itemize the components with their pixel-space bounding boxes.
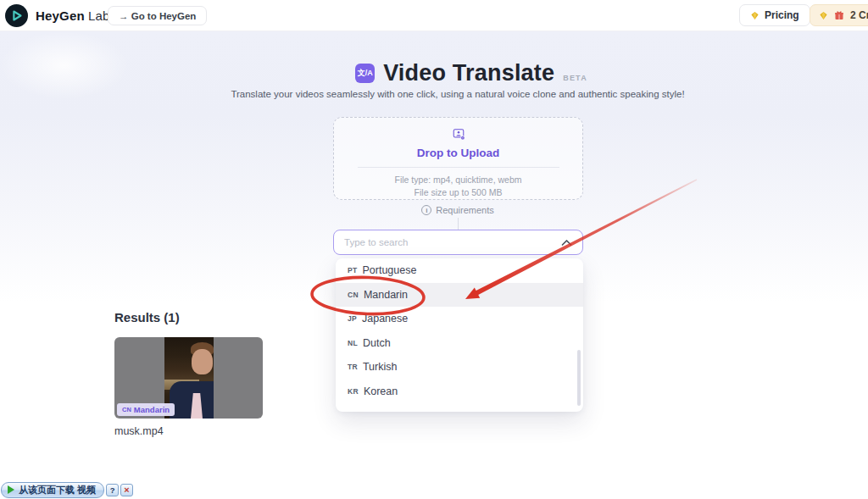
gem-icon: [750, 11, 760, 20]
badge-label: Mandarin: [134, 405, 170, 414]
upload-title: Drop to Upload: [417, 147, 500, 159]
language-badge: CN Mandarin: [117, 403, 175, 416]
download-video-button[interactable]: 从该页面下载 视频: [1, 482, 104, 498]
lang-code: JP: [348, 314, 357, 323]
toolbar-close-button[interactable]: ×: [120, 484, 133, 496]
lang-code: PT: [348, 266, 357, 274]
result-video-thumbnail[interactable]: CN Mandarin: [114, 337, 263, 419]
lang-code: KR: [348, 387, 359, 396]
dropdown-item-turkish[interactable]: TR Turkish: [336, 355, 583, 380]
download-video-toolbar: 从该页面下载 视频 ? ×: [1, 481, 133, 498]
dropdown-item-mandarin[interactable]: CN Mandarin: [336, 283, 583, 308]
language-dropdown: PT Portuguese CN Mandarin JP Japanese NL…: [336, 258, 583, 412]
file-size-text: File size up to 500 MB: [395, 186, 522, 199]
upload-divider: [358, 167, 559, 168]
dropdown-scrollbar[interactable]: [577, 350, 581, 406]
download-video-label: 从该页面下载 视频: [19, 484, 96, 496]
play-icon: [8, 485, 14, 494]
gem-icon: [819, 11, 828, 20]
lang-code: NL: [348, 339, 358, 347]
dropdown-item-portuguese[interactable]: PT Portuguese: [336, 258, 583, 283]
lang-code: CN: [348, 291, 359, 299]
dropdown-item-japanese[interactable]: JP Japanese: [336, 307, 583, 331]
lang-label: Mandarin: [364, 289, 408, 301]
result-filename: musk.mp4: [114, 425, 164, 437]
gift-icon: [834, 10, 844, 20]
go-to-heygen-button[interactable]: → Go to HeyGen: [108, 6, 207, 25]
pricing-button[interactable]: Pricing: [739, 4, 810, 26]
go-to-heygen-label: → Go to HeyGen: [119, 11, 196, 21]
results-heading: Results (1): [114, 310, 180, 324]
credits-label: 2 Credits: [850, 9, 868, 21]
lang-label: Dutch: [363, 337, 391, 349]
page-subtitle: Translate your videos seamlessly with on…: [24, 89, 868, 99]
hero-title-row: 文/A Video Translate BETA: [37, 60, 868, 86]
drop-to-upload-zone[interactable]: Drop to Upload File type: mp4, quicktime…: [333, 117, 583, 200]
connector-line: [458, 218, 459, 230]
requirements-label: Requirements: [436, 205, 493, 215]
lang-label: Turkish: [363, 361, 398, 373]
page: HeyGenLabs → Go to HeyGen Pricing 2 Cred…: [0, 0, 868, 499]
upload-video-icon: [447, 128, 470, 141]
lang-label: Portuguese: [362, 264, 416, 276]
page-title: Video Translate: [383, 60, 554, 86]
brand-heygen: HeyGen: [36, 8, 85, 23]
info-icon: i: [421, 205, 431, 215]
upload-file-info: File type: mp4, quicktime, webm File siz…: [395, 174, 522, 199]
language-search-input[interactable]: [344, 237, 561, 247]
lang-code: TR: [348, 363, 358, 371]
lang-label: Japanese: [362, 313, 408, 324]
credits-badge[interactable]: 2 Credits: [810, 4, 868, 26]
top-header: HeyGenLabs → Go to HeyGen Pricing 2 Cred…: [0, 0, 868, 31]
dropdown-item-korean[interactable]: KR Korean: [336, 380, 583, 404]
chevron-up-icon[interactable]: [561, 239, 572, 247]
dropdown-item-dutch[interactable]: NL Dutch: [336, 331, 583, 356]
toolbar-help-button[interactable]: ?: [106, 484, 119, 496]
lang-label: Korean: [364, 385, 398, 397]
person-face: [192, 349, 213, 374]
language-search-box[interactable]: [333, 230, 583, 255]
pricing-label: Pricing: [765, 9, 799, 21]
badge-code: CN: [122, 406, 131, 413]
translate-icon: 文/A: [355, 64, 375, 83]
beta-badge: BETA: [563, 74, 587, 82]
heygen-logo-icon: [5, 4, 28, 27]
brand-name: HeyGenLabs: [36, 8, 116, 23]
brand-logo[interactable]: HeyGenLabs: [5, 4, 116, 27]
requirements-link[interactable]: i Requirements: [24, 205, 868, 215]
file-type-text: File type: mp4, quicktime, webm: [395, 174, 522, 186]
